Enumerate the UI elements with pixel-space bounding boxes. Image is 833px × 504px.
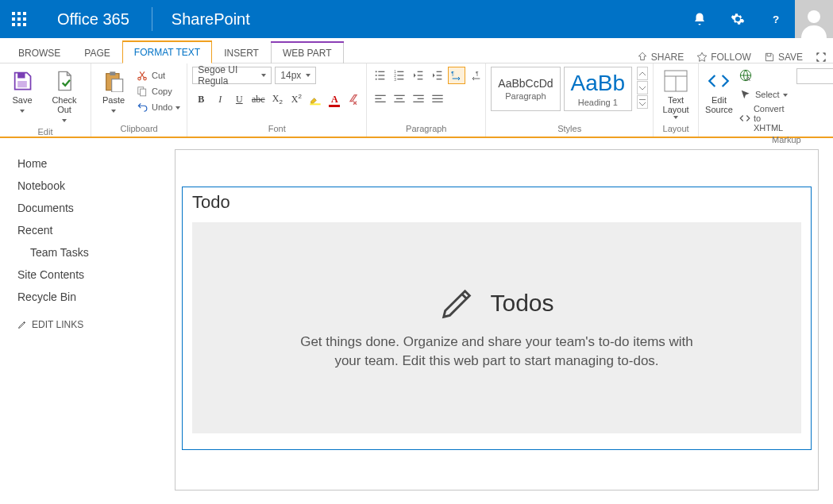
suite-header: Office 365 SharePoint ? <box>0 0 833 38</box>
bold-button[interactable]: B <box>192 90 210 108</box>
svg-rect-34 <box>418 75 423 75</box>
save-label: SAVE <box>778 52 803 63</box>
svg-rect-14 <box>110 71 115 75</box>
svg-point-16 <box>138 77 141 80</box>
group-paragraph: 123 ¶ ¶ Paragraph <box>367 63 486 137</box>
style-heading1[interactable]: AaBb Heading 1 <box>564 67 633 111</box>
group-layout-label: Layout <box>658 122 693 135</box>
save-button[interactable]: Save <box>5 67 40 116</box>
font-color-button[interactable]: A <box>326 90 343 108</box>
style-paragraph[interactable]: AaBbCcDd Paragraph <box>491 67 560 111</box>
svg-point-25 <box>376 79 377 80</box>
focus-action[interactable] <box>809 52 833 63</box>
styles-down-icon[interactable] <box>637 81 648 94</box>
markup-styles-select[interactable] <box>796 68 833 84</box>
nav-home[interactable]: Home <box>17 152 137 175</box>
align-left-button[interactable] <box>372 90 389 108</box>
tab-browse[interactable]: BROWSE <box>6 42 72 63</box>
svg-point-21 <box>376 71 377 72</box>
markup-stack: A Select Convert to XHTML <box>738 67 793 133</box>
undo-button[interactable]: Undo <box>134 100 182 114</box>
align-right-button[interactable] <box>410 90 427 108</box>
italic-button[interactable]: I <box>211 90 229 108</box>
svg-text:A: A <box>746 76 750 82</box>
follow-action[interactable]: FOLLOW <box>690 52 758 63</box>
nav-recycle-bin[interactable]: Recycle Bin <box>17 286 137 308</box>
superscript-button[interactable]: X2 <box>287 90 305 108</box>
settings-icon[interactable] <box>719 0 757 38</box>
quick-launch: Home Notebook Documents Recent Team Task… <box>0 138 143 504</box>
styles-more-icon[interactable] <box>637 95 648 109</box>
tab-insert[interactable]: INSERT <box>212 42 271 63</box>
align-center-button[interactable] <box>391 90 408 108</box>
convert-xhtml-button[interactable]: Convert to XHTML <box>738 103 793 133</box>
user-avatar[interactable] <box>795 0 833 38</box>
svg-point-23 <box>376 75 377 76</box>
svg-rect-38 <box>437 79 442 79</box>
outdent-button[interactable] <box>410 67 427 84</box>
underline-button[interactable]: U <box>230 90 248 108</box>
edit-links-label: EDIT LINKS <box>32 319 83 330</box>
svg-rect-47 <box>414 95 424 96</box>
svg-text:3: 3 <box>395 78 397 82</box>
group-markup: Edit Source A Select Convert to XHTML Ma… <box>699 63 833 137</box>
group-styles-label: Styles <box>491 122 648 135</box>
svg-rect-46 <box>395 102 405 102</box>
copy-button[interactable]: Copy <box>134 84 182 98</box>
web-part-zone[interactable]: Todo Todos Get things done. Organize and… <box>182 187 812 450</box>
tab-format-text[interactable]: FORMAT TEXT <box>122 41 212 63</box>
nav-notebook[interactable]: Notebook <box>17 175 137 197</box>
zone-title: Todo <box>192 192 801 213</box>
group-styles: AaBbCcDd Paragraph AaBb Heading 1 Styles <box>486 63 654 137</box>
svg-rect-41 <box>376 95 386 96</box>
tab-web-part[interactable]: WEB PART <box>271 42 344 63</box>
svg-rect-22 <box>379 71 385 72</box>
share-action[interactable]: SHARE <box>631 52 690 63</box>
font-size-select[interactable]: 14px <box>275 67 316 84</box>
svg-rect-2 <box>23 12 26 15</box>
svg-point-10 <box>808 10 820 23</box>
rtl-button[interactable]: ¶ <box>467 67 484 84</box>
bullets-button[interactable] <box>372 67 389 84</box>
language-button[interactable]: A <box>738 68 793 83</box>
tab-page[interactable]: PAGE <box>72 42 121 63</box>
svg-rect-37 <box>437 75 442 75</box>
text-layout-button[interactable]: Text Layout <box>658 67 693 121</box>
paste-button[interactable]: Paste <box>96 67 131 116</box>
suite-brand[interactable]: Office 365 <box>38 0 152 38</box>
notifications-icon[interactable] <box>681 0 719 38</box>
nav-documents[interactable]: Documents <box>17 197 137 219</box>
help-icon[interactable]: ? <box>757 0 795 38</box>
checkout-button[interactable]: Check Out <box>43 67 86 125</box>
svg-rect-0 <box>12 12 15 15</box>
group-clipboard: Paste Cut Copy Undo Clipboard <box>91 63 187 137</box>
cut-button[interactable]: Cut <box>134 68 182 83</box>
save-action[interactable]: SAVE <box>758 52 809 63</box>
clear-format-button[interactable] <box>345 90 362 108</box>
page-body: Home Notebook Documents Recent Team Task… <box>0 138 833 504</box>
nav-recent[interactable]: Recent <box>17 219 137 241</box>
pencil-icon <box>17 320 27 329</box>
align-justify-button[interactable] <box>429 90 446 108</box>
app-name[interactable]: SharePoint <box>152 0 269 38</box>
page-canvas[interactable]: Todo Todos Get things done. Organize and… <box>175 149 819 491</box>
svg-rect-26 <box>379 79 385 79</box>
follow-label: FOLLOW <box>711 52 751 63</box>
edit-source-button[interactable]: Edit Source <box>704 67 735 116</box>
app-launcher-icon[interactable] <box>0 0 38 38</box>
indent-button[interactable] <box>429 67 446 84</box>
styles-up-icon[interactable] <box>637 67 648 80</box>
select-button[interactable]: Select <box>738 87 793 102</box>
numbering-button[interactable]: 123 <box>391 67 408 84</box>
font-name-select[interactable]: Segoe UI Regula <box>192 67 272 84</box>
svg-point-17 <box>144 77 147 80</box>
ltr-button[interactable]: ¶ <box>448 67 465 84</box>
highlight-button[interactable] <box>307 90 324 108</box>
strikethrough-button[interactable]: abc <box>249 90 267 108</box>
nav-site-contents[interactable]: Site Contents <box>17 264 137 286</box>
edit-links-button[interactable]: EDIT LINKS <box>17 319 137 330</box>
nav-team-tasks[interactable]: Team Tasks <box>17 241 137 264</box>
svg-rect-4 <box>17 17 21 21</box>
subscript-button[interactable]: X2 <box>268 90 286 108</box>
svg-rect-7 <box>17 23 21 26</box>
